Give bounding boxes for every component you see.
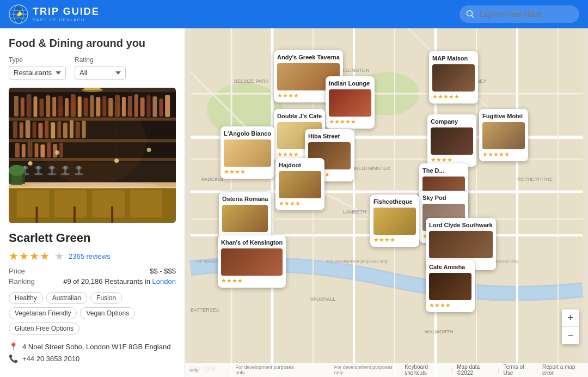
tag-vegetarian[interactable]: Vegetarian Friendly xyxy=(9,307,77,319)
map-card-company[interactable]: Company ★★★★ xyxy=(427,114,476,167)
map-card-title: Indian Lounge xyxy=(329,80,371,87)
svg-rect-82 xyxy=(130,190,162,217)
phone-icon: 📞 xyxy=(9,354,18,363)
map-card-img-placeholder xyxy=(222,205,268,232)
map-card-hajdoot[interactable]: Hajdoot ★★★★ xyxy=(275,158,324,210)
svg-rect-34 xyxy=(134,94,138,117)
svg-rect-43 xyxy=(33,122,36,138)
map-area: BELSIZE PARK ISLINGTON HACKNEY PADDING W… xyxy=(185,28,588,377)
svg-point-5 xyxy=(19,13,21,15)
svg-rect-40 xyxy=(13,121,17,138)
svg-rect-18 xyxy=(34,96,38,117)
map-card-img-placeholder xyxy=(429,273,471,300)
tag-healthy[interactable]: Healthy xyxy=(9,292,43,304)
logo-icon xyxy=(9,4,28,24)
zoom-in-button[interactable]: + xyxy=(562,309,579,327)
map-card-title: Andy's Greek Taverna xyxy=(277,53,340,61)
zoom-out-button[interactable]: − xyxy=(562,327,579,344)
map-card-stars: ★★★★ xyxy=(431,156,473,163)
svg-point-88 xyxy=(9,165,25,176)
type-filter-select[interactable]: Restaurants Cafes Bars xyxy=(9,66,66,80)
map-card-title: Hajdoot xyxy=(279,161,321,169)
svg-rect-64 xyxy=(37,166,39,174)
svg-point-94 xyxy=(28,161,33,166)
map-card-indian[interactable]: Indian Lounge ★★★★★ xyxy=(326,76,375,129)
svg-rect-39 xyxy=(165,95,170,117)
location-icon: 📍 xyxy=(9,342,18,351)
svg-rect-79 xyxy=(17,190,49,217)
address-text: 4 Noel Street Soho, London W1F 8GB Engla… xyxy=(22,343,170,351)
filters: Type Restaurants Cafes Bars Rating All ★… xyxy=(9,56,176,80)
map-card-img-placeholder xyxy=(279,171,321,198)
svg-rect-80 xyxy=(54,190,87,217)
map-card-title: The D... xyxy=(422,167,465,174)
keyboard-shortcuts[interactable]: Keyboard shortcuts xyxy=(405,364,446,376)
svg-text:BATTERSEA: BATTERSEA xyxy=(191,307,219,313)
svg-rect-16 xyxy=(21,98,24,117)
search-input[interactable] xyxy=(460,5,579,23)
map-card-img-placeholder xyxy=(432,64,475,92)
star-rating: ★★★★ xyxy=(9,250,50,263)
map-card-amisha[interactable]: Cafe Amisha ★★★★ xyxy=(426,260,475,312)
type-filter-group: Type Restaurants Cafes Bars xyxy=(9,56,66,80)
price-value: $$ - $$$ xyxy=(41,267,176,275)
zoom-controls: + − xyxy=(562,309,579,344)
left-panel: Food & Dining around you Type Restaurant… xyxy=(0,28,185,377)
terms-link[interactable]: Terms of Use xyxy=(504,364,532,376)
logo-subtitle: PART OF DEVLACH xyxy=(33,17,100,22)
map-card-stars: ★★★★ xyxy=(373,236,416,244)
rating-filter-select[interactable]: All ★★★★★ ★★★★ ★★★ xyxy=(75,66,126,80)
main-layout: Food & Dining around you Type Restaurant… xyxy=(0,28,588,377)
report-map-error[interactable]: Report a map error xyxy=(542,364,584,376)
map-card-title: Double J's Cafe xyxy=(277,112,322,120)
ranking-link[interactable]: London xyxy=(152,277,176,285)
tag-vegan[interactable]: Vegan Options xyxy=(80,307,135,319)
phone-row: 📞 +44 20 3653 2010 xyxy=(9,354,176,363)
type-filter-label: Type xyxy=(9,56,66,64)
svg-rect-38 xyxy=(159,99,163,117)
tag-australian[interactable]: Australian xyxy=(46,292,87,304)
svg-text:PADDING: PADDING xyxy=(201,177,223,182)
svg-rect-35 xyxy=(140,98,145,117)
svg-rect-19 xyxy=(39,99,44,117)
svg-point-68 xyxy=(47,173,57,175)
svg-rect-53 xyxy=(22,144,26,157)
footer-development2: For development purposes only xyxy=(334,364,396,375)
header: TRIP GUIDE PART OF DEVLACH xyxy=(0,0,588,28)
map-card-title: MAP Maison xyxy=(432,54,475,62)
reviews-count[interactable]: 2365 reviews xyxy=(69,252,111,260)
logo-title: TRIP GUIDE xyxy=(33,6,100,17)
svg-rect-15 xyxy=(14,96,19,117)
restaurant-image xyxy=(9,87,176,223)
svg-rect-42 xyxy=(26,120,30,138)
map-card-maison[interactable]: MAP Maison ★★★★★ xyxy=(429,51,478,104)
map-card-khans[interactable]: Khan's of Kensington ★★★★ xyxy=(218,235,286,288)
svg-text:WESTMINSTER: WESTMINSTER xyxy=(354,166,390,171)
svg-text:LAMBETH: LAMBETH xyxy=(343,209,366,215)
contact-area: 📍 4 Noel Street Soho, London W1F 8GB Eng… xyxy=(9,342,176,363)
svg-rect-55 xyxy=(35,143,39,157)
svg-text:For development purposes only: For development purposes only xyxy=(327,259,388,264)
map-card-fugitive[interactable]: Fugitive Motel ★★★★★ xyxy=(479,109,528,161)
map-card-stars: ★★★★★ xyxy=(432,93,475,100)
map-card-img-placeholder xyxy=(221,248,283,276)
rating-filter-group: Rating All ★★★★★ ★★★★ ★★★ xyxy=(75,56,126,80)
restaurant-image-svg xyxy=(9,87,176,223)
map-card-title: Hiba Street xyxy=(308,132,351,140)
svg-rect-37 xyxy=(152,96,157,117)
svg-rect-81 xyxy=(93,190,125,217)
svg-rect-52 xyxy=(15,143,20,157)
map-card-fishco[interactable]: Fishcotheque ★★★★ xyxy=(370,194,419,247)
map-card-img-placeholder xyxy=(329,89,371,117)
map-card-img-placeholder xyxy=(224,139,271,167)
svg-rect-17 xyxy=(27,94,32,117)
svg-point-100 xyxy=(147,148,151,152)
tag-glutenfree[interactable]: Gluten Free Options xyxy=(9,323,79,335)
panel-title: Food & Dining around you xyxy=(9,37,176,50)
map-card-angolo[interactable]: L'Angolo Bianco ★★★★ xyxy=(220,126,274,179)
footer-only-label: only xyxy=(189,367,199,373)
tag-fusion[interactable]: Fusion xyxy=(90,292,122,304)
map-card-img-placeholder xyxy=(373,208,416,235)
svg-point-98 xyxy=(114,159,119,163)
details-grid: Price $$ - $$$ Ranking #9 of 20,186 Rest… xyxy=(9,267,176,285)
